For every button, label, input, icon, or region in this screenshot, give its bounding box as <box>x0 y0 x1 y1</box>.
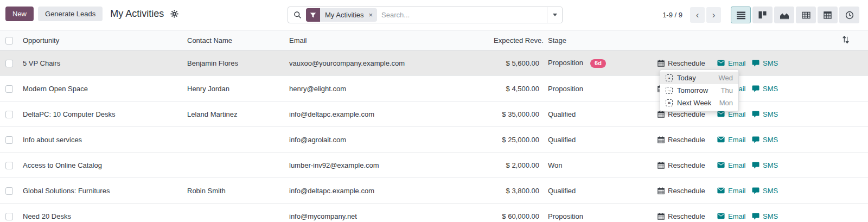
email-action-button[interactable]: Email <box>717 161 752 169</box>
view-pivot-button[interactable] <box>796 7 816 23</box>
opportunity-cell[interactable]: Need 20 Desks <box>18 204 183 222</box>
email-action-button[interactable]: Email <box>717 212 752 220</box>
sms-action-button[interactable]: SMS <box>752 85 778 93</box>
email-action-button[interactable]: Email <box>717 136 752 144</box>
table-row[interactable]: Need 20 Desks info@mycompany.net $ 60,00… <box>0 204 868 222</box>
column-contact-name[interactable]: Contact Name <box>183 30 285 50</box>
view-graph-button[interactable] <box>774 7 794 23</box>
pager-previous-button[interactable]: ‹ <box>690 7 705 23</box>
column-email[interactable]: Email <box>285 30 489 50</box>
email-cell[interactable]: info@deltapc.example.com <box>285 178 489 204</box>
search-input[interactable] <box>377 11 547 19</box>
view-calendar-button[interactable] <box>818 7 838 23</box>
menu-item-today[interactable]: ● Today Wed <box>660 72 738 84</box>
stage-cell[interactable]: Qualified <box>548 110 576 118</box>
pager-next-button[interactable]: › <box>706 7 721 23</box>
expected-revenue-cell[interactable]: $ 35,000.00 <box>489 102 544 127</box>
menu-item-next-week[interactable]: » Next Week Mon <box>660 97 738 109</box>
reschedule-button[interactable]: Reschedule <box>658 136 717 144</box>
sms-action-button[interactable]: SMS <box>752 110 778 118</box>
contact-name-cell[interactable]: Robin Smith <box>183 178 285 204</box>
reschedule-label: Reschedule <box>668 212 705 220</box>
reschedule-label: Reschedule <box>668 161 705 169</box>
contact-name-cell[interactable] <box>183 127 285 153</box>
sms-action-button[interactable]: SMS <box>752 212 778 220</box>
stage-cell[interactable]: Qualified <box>548 187 576 195</box>
view-switcher <box>731 7 859 23</box>
sms-action-label: SMS <box>763 136 778 144</box>
table-row[interactable]: Info about services info@agrolait.com $ … <box>0 127 868 153</box>
filter-funnel-icon <box>306 8 320 22</box>
expected-revenue-cell[interactable]: $ 3,800.00 <box>489 178 544 204</box>
contact-name-cell[interactable]: Benjamin Flores <box>183 50 285 76</box>
reschedule-button[interactable]: Reschedule <box>658 161 717 169</box>
column-opportunity[interactable]: Opportunity <box>18 30 183 50</box>
email-cell[interactable]: info@agrolait.com <box>285 127 489 153</box>
optional-columns-toggle[interactable] <box>842 36 850 45</box>
email-action-label: Email <box>728 187 746 195</box>
row-checkbox[interactable] <box>5 111 13 118</box>
facet-close-icon[interactable]: × <box>368 8 378 22</box>
expected-revenue-cell[interactable]: $ 60,000.00 <box>489 204 544 222</box>
view-list-button[interactable] <box>731 7 751 23</box>
search-bar[interactable]: My Activities × <box>288 7 563 23</box>
view-activity-button[interactable] <box>839 7 859 23</box>
email-action-button[interactable]: Email <box>717 59 752 67</box>
sms-action-button[interactable]: SMS <box>752 187 778 195</box>
reschedule-button[interactable]: Reschedule <box>658 59 717 67</box>
stage-cell[interactable]: Proposition <box>548 85 583 93</box>
calendar-icon <box>658 60 665 67</box>
email-cell[interactable]: henry@elight.com <box>285 76 489 102</box>
menu-item-label: Today <box>677 74 696 82</box>
row-checkbox[interactable] <box>5 136 13 144</box>
stage-cell[interactable]: Won <box>548 161 563 169</box>
sms-action-button[interactable]: SMS <box>752 161 778 169</box>
reschedule-button[interactable]: Reschedule <box>658 212 717 220</box>
new-button[interactable]: New <box>5 7 34 21</box>
expected-revenue-cell[interactable]: $ 5,600.00 <box>489 50 544 76</box>
select-all-checkbox[interactable] <box>5 37 13 45</box>
search-dropdown-toggle[interactable] <box>547 7 562 23</box>
contact-name-cell[interactable]: Leland Martinez <box>183 102 285 127</box>
opportunity-cell[interactable]: Info about services <box>18 127 183 153</box>
email-action-button[interactable]: Email <box>717 187 752 195</box>
list-icon <box>737 11 745 20</box>
stage-cell[interactable]: Proposition <box>548 59 583 67</box>
reschedule-button[interactable]: Reschedule <box>658 187 717 195</box>
row-checkbox[interactable] <box>5 187 13 195</box>
row-checkbox[interactable] <box>5 85 13 93</box>
stage-cell[interactable]: Proposition <box>548 212 583 220</box>
menu-item-tomorrow[interactable]: → Tomorrow Thu <box>660 84 738 97</box>
contact-name-cell[interactable] <box>183 153 285 178</box>
expected-revenue-cell[interactable]: $ 25,000.00 <box>489 127 544 153</box>
envelope-icon <box>717 60 725 66</box>
table-row[interactable]: Global Solutions: Furnitures Robin Smith… <box>0 178 868 204</box>
row-checkbox[interactable] <box>5 60 13 67</box>
sms-action-button[interactable]: SMS <box>752 59 778 67</box>
email-cell[interactable]: lumber-inv92@example.com <box>285 153 489 178</box>
opportunity-cell[interactable]: Access to Online Catalog <box>18 153 183 178</box>
opportunity-cell[interactable]: Modern Open Space <box>18 76 183 102</box>
email-cell[interactable]: info@deltapc.example.com <box>285 102 489 127</box>
table-row[interactable]: Access to Online Catalog lumber-inv92@ex… <box>0 153 868 178</box>
opportunity-cell[interactable]: 5 VP Chairs <box>18 50 183 76</box>
column-stage[interactable]: Stage <box>544 30 651 50</box>
email-cell[interactable]: vauxoo@yourcompany.example.com <box>285 50 489 76</box>
menu-item-day: Wed <box>719 74 733 82</box>
sms-action-button[interactable]: SMS <box>752 136 778 144</box>
email-cell[interactable]: info@mycompany.net <box>285 204 489 222</box>
view-kanban-button[interactable] <box>752 7 773 23</box>
settings-gear-icon[interactable] <box>170 10 178 18</box>
row-checkbox[interactable] <box>5 162 13 169</box>
generate-leads-button[interactable]: Generate Leads <box>38 7 103 21</box>
expected-revenue-cell[interactable]: $ 2,000.00 <box>489 153 544 178</box>
contact-name-cell[interactable] <box>183 204 285 222</box>
column-expected-revenue[interactable]: Expected Reve... <box>489 30 544 50</box>
stage-cell[interactable]: Qualified <box>548 136 576 144</box>
opportunity-cell[interactable]: Global Solutions: Furnitures <box>18 178 183 204</box>
contact-name-cell[interactable]: Henry Jordan <box>183 76 285 102</box>
search-facet[interactable]: My Activities × <box>306 8 377 22</box>
opportunity-cell[interactable]: DeltaPC: 10 Computer Desks <box>18 102 183 127</box>
expected-revenue-cell[interactable]: $ 4,500.00 <box>489 76 544 102</box>
row-checkbox[interactable] <box>5 213 13 220</box>
